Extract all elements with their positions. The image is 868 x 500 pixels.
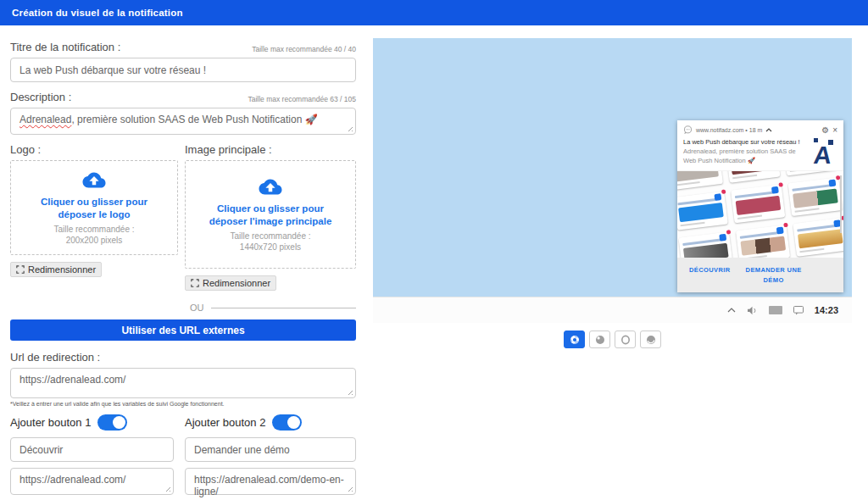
add-button1-toggle[interactable] xyxy=(97,414,127,431)
page-header: Création du visuel de la notification xyxy=(0,0,868,25)
notification-preview-description: Adrenalead, première solution SAAS de We… xyxy=(683,147,803,166)
notification-source: www.notifadz.com • 18 m xyxy=(696,127,762,133)
button2-text-input[interactable] xyxy=(185,437,356,462)
notification-title-input[interactable] xyxy=(10,58,356,82)
description-text: , première solution SAAS de Web Push Not… xyxy=(71,114,317,125)
chevron-up-icon xyxy=(765,128,772,132)
page-title: Création du visuel de la notification xyxy=(12,8,183,18)
resize-grip[interactable] xyxy=(346,125,353,131)
toggle-knob xyxy=(287,416,300,429)
cloud-upload-icon xyxy=(255,175,286,198)
title-field-label: Titre de la notification : xyxy=(10,41,120,53)
notification-preview-panel: www.notifadz.com • 18 m ⚙ × La web Push … xyxy=(373,38,852,348)
logo-letter: A xyxy=(812,143,832,168)
resize-grip[interactable] xyxy=(346,485,353,492)
use-external-urls-button[interactable]: Utiliser des URL externes xyxy=(10,319,356,341)
notification-form: Titre de la notification : Taille max re… xyxy=(10,41,356,495)
description-misspelled-word: Adrenalead xyxy=(19,114,71,125)
speaker-icon xyxy=(747,306,758,315)
or-divider-label: OU xyxy=(183,303,211,313)
add-button1-label: Ajouter bouton 1 xyxy=(10,416,91,429)
button1-url-value: https://adrenalead.com/ xyxy=(19,474,125,486)
logo-resize-button[interactable]: Redimensionner xyxy=(10,262,102,277)
expand-icon xyxy=(191,279,199,287)
redirect-url-input[interactable]: https://adrenalead.com/ xyxy=(10,368,356,398)
collage-mini-card xyxy=(678,231,732,258)
notification-description-input[interactable]: Adrenalead, première solution SAAS de We… xyxy=(10,108,356,135)
logo-size-hint-line1: Taille recommandée : xyxy=(53,224,134,236)
collage-mini-card xyxy=(736,225,790,258)
tray-chevron-up-icon xyxy=(727,308,736,313)
logo-dropzone[interactable]: Cliquer ou glisser pour déposer le logo … xyxy=(10,160,178,255)
logo-size-hint-line2: 200x200 pixels xyxy=(53,235,134,247)
collage-mini-card xyxy=(783,170,837,175)
logo-field-label: Logo : xyxy=(10,143,178,156)
notification-preview-main-image xyxy=(677,170,843,258)
notification-close-icon[interactable]: × xyxy=(832,126,837,135)
resize-grip[interactable] xyxy=(346,388,353,395)
notification-action-button-1[interactable]: DÉCOUVRIR xyxy=(689,265,731,275)
keyboard-icon xyxy=(769,306,782,314)
collage-mini-card xyxy=(726,170,780,183)
main-image-field-label: Image principale : xyxy=(185,143,356,156)
resize-grip[interactable] xyxy=(164,485,170,492)
redirect-url-label: Url de redirection : xyxy=(10,351,100,364)
collage-mini-card xyxy=(731,184,785,223)
chrome-icon xyxy=(570,335,580,345)
main-image-dropzone[interactable]: Cliquer ou glisser pour déposer l'image … xyxy=(185,160,356,269)
notification-action-bar: DÉCOUVRIR DEMANDER UNE DÉMO xyxy=(677,258,843,292)
collage-mini-card xyxy=(793,218,843,257)
desktop-preview-background: www.notifadz.com • 18 m ⚙ × La web Push … xyxy=(373,38,852,297)
preview-scrollbar[interactable] xyxy=(840,175,842,233)
main-image-resize-label: Redimensionner xyxy=(203,278,270,288)
button1-url-input[interactable]: https://adrenalead.com/ xyxy=(10,468,174,495)
notification-center-icon xyxy=(793,306,804,315)
firefox-icon xyxy=(595,335,605,345)
main-image-size-hint-line2: 1440x720 pixels xyxy=(230,242,310,253)
collage-mini-card xyxy=(788,177,843,216)
button2-url-input[interactable]: https://adrenalead.com/demo-en-ligne/ xyxy=(185,468,356,495)
main-image-dropzone-cta: Cliquer ou glisser pour déposer l'image … xyxy=(198,203,343,227)
button1-text-input[interactable] xyxy=(10,437,174,462)
description-field-label: Description : xyxy=(10,91,71,103)
or-divider: OU xyxy=(10,303,356,313)
edge-icon xyxy=(646,335,656,345)
description-char-limit-hint: Taille max recommandée 63 / 105 xyxy=(248,95,356,103)
notification-preview-title: La web Push débarque sur votre réseau ! xyxy=(683,138,803,146)
button2-url-value: https://adrenalead.com/demo-en-ligne/ xyxy=(194,474,344,497)
clock: 14:23 xyxy=(815,305,838,315)
logo-dropzone-cta: Cliquer ou glisser pour déposer le logo xyxy=(23,196,165,220)
preview-platform-selector xyxy=(373,331,852,348)
platform-chrome-button[interactable] xyxy=(564,331,585,348)
notification-preview-card: www.notifadz.com • 18 m ⚙ × La web Push … xyxy=(677,120,843,292)
speech-bubble-icon xyxy=(683,125,693,135)
adrenalead-logo: A xyxy=(808,138,837,168)
redirect-url-value: https://adrenalead.com/ xyxy=(19,374,125,386)
collage-mini-card xyxy=(677,170,723,190)
main-image-size-hint-line1: Taille recommandée : xyxy=(230,231,310,242)
platform-opera-button[interactable] xyxy=(615,331,636,348)
platform-edge-button[interactable] xyxy=(640,331,661,348)
notification-action-button-2[interactable]: DEMANDER UNE DÉMO xyxy=(744,265,804,286)
main-image-resize-button[interactable]: Redimensionner xyxy=(185,275,276,291)
platform-firefox-button[interactable] xyxy=(589,331,610,348)
collage-mini-card xyxy=(677,192,728,231)
logo-resize-label: Redimensionner xyxy=(28,264,96,275)
notification-image-collage xyxy=(677,170,843,258)
add-button2-label: Ajouter bouton 2 xyxy=(185,416,265,429)
opera-icon xyxy=(620,335,631,345)
expand-icon xyxy=(16,265,25,274)
title-char-limit-hint: Taille max recommandée 40 / 40 xyxy=(252,45,356,53)
cloud-upload-icon xyxy=(79,169,109,192)
notification-settings-gear-icon[interactable]: ⚙ xyxy=(821,126,829,135)
redirect-url-note: *Veillez à entrer une url valide afin qu… xyxy=(10,401,356,407)
notification-creator-app: Création du visuel de la notification Ti… xyxy=(0,0,868,500)
add-button2-toggle[interactable] xyxy=(272,414,302,431)
toggle-knob xyxy=(113,416,125,429)
taskbar: 14:23 xyxy=(373,297,852,323)
